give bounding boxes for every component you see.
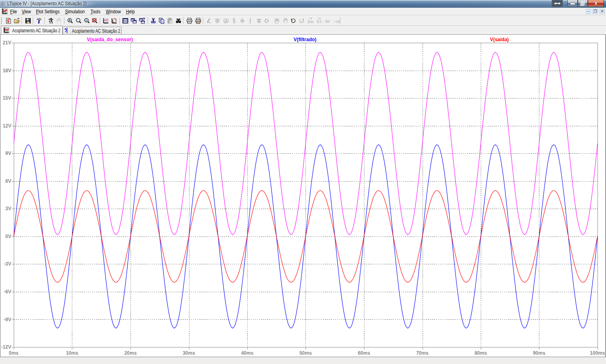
svg-text:0ms: 0ms (9, 350, 19, 356)
svg-text:-6V: -6V (4, 289, 11, 295)
svg-text:30ms: 30ms (183, 350, 195, 356)
svg-text:80ms: 80ms (475, 350, 487, 356)
svg-text:50ms: 50ms (299, 350, 312, 356)
svg-text:15V: 15V (3, 95, 11, 101)
svg-text:6V: 6V (5, 178, 11, 184)
svg-text:V(saida): V(saida) (490, 37, 509, 42)
svg-text:-12V: -12V (1, 344, 11, 350)
svg-text:-3V: -3V (4, 261, 11, 267)
svg-text:18V: 18V (3, 68, 11, 73)
svg-text:90ms: 90ms (533, 350, 545, 356)
svg-text:21V: 21V (3, 40, 11, 46)
svg-text:100ms: 100ms (590, 350, 605, 356)
svg-text:-9V: -9V (4, 317, 11, 322)
svg-text:E3: E3 (317, 19, 322, 24)
svg-text:70ms: 70ms (416, 350, 429, 356)
svg-text:3V: 3V (5, 206, 11, 211)
svg-text:40ms: 40ms (241, 350, 254, 356)
svg-text:V(filtrado): V(filtrado) (294, 37, 317, 42)
svg-text:9V: 9V (5, 151, 11, 156)
svg-text:Aa: Aa (324, 19, 330, 23)
svg-text:A: A (225, 19, 227, 23)
svg-text:0V: 0V (5, 234, 11, 239)
svg-text:60ms: 60ms (358, 350, 370, 356)
svg-text:·op: ·op (333, 19, 340, 24)
svg-text:20ms: 20ms (124, 350, 137, 356)
svg-text:V(saida_do_sensor): V(saida_do_sensor) (87, 37, 133, 42)
svg-text:12V: 12V (3, 123, 11, 129)
svg-text:Em: Em (307, 19, 314, 24)
svg-text:10ms: 10ms (66, 350, 78, 356)
